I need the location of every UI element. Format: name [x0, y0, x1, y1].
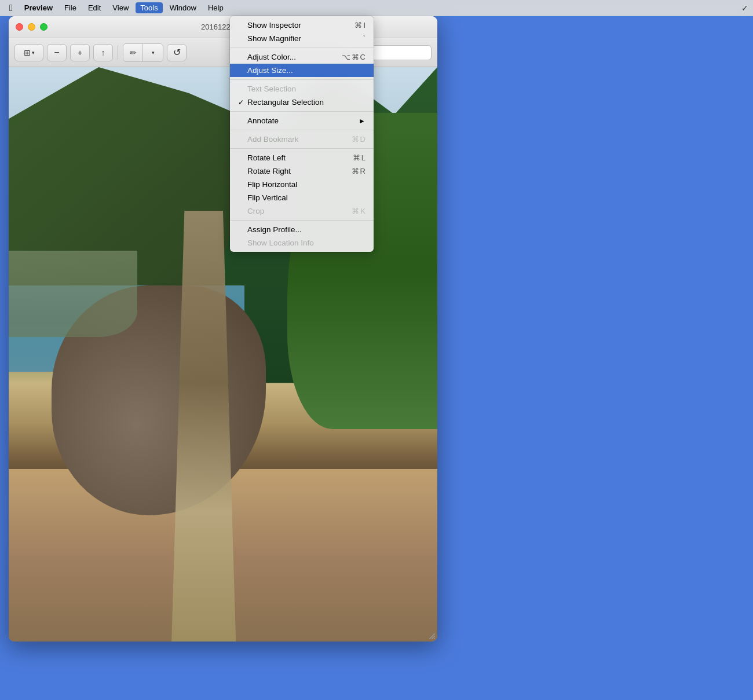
menu-item-text-selection: Text Selection [230, 82, 374, 96]
cmd-icon-6: ⌘ [352, 207, 359, 215]
menu-label-flip-vertical: Flip Vertical [247, 193, 288, 202]
menu-label-crop: Crop [247, 207, 264, 215]
menu-checkmark-rectangular-selection: ✓ [238, 98, 246, 107]
minimize-button[interactable] [28, 23, 35, 31]
menu-shortcut-show-inspector: ⌘I [354, 21, 365, 30]
menu-label-show-inspector: Show Inspector [247, 21, 301, 30]
pen-dropdown-button[interactable]: ▾ [143, 44, 163, 61]
menu-shortcut-crop: ⌘K [352, 207, 365, 215]
menu-label-adjust-size: Adjust Size... [247, 66, 293, 75]
pen-button-group: ✏ ▾ [123, 43, 163, 62]
menu-item-show-magnifier[interactable]: Show Magnifier ` [230, 32, 374, 45]
menu-separator-4 [230, 130, 374, 130]
menu-item-add-bookmark: Add Bookmark ⌘D [230, 133, 374, 146]
menubar:  Preview File Edit View Tools Window He… [0, 0, 753, 16]
menu-label-rectangular-selection: Rectangular Selection [247, 98, 324, 107]
menu-item-flip-horizontal[interactable]: Flip Horizontal [230, 178, 374, 191]
view-mode-button[interactable]: ⊞ ▾ [14, 44, 43, 61]
maximize-button[interactable] [40, 23, 47, 31]
menu-item-adjust-size[interactable]: Adjust Size... [230, 64, 374, 77]
menubar-help[interactable]: Help [203, 2, 228, 13]
menu-shortcut-show-magnifier: ` [363, 34, 365, 43]
menu-item-rotate-left[interactable]: Rotate Left ⌘L [230, 151, 374, 164]
cmd-icon: ⌘ [354, 21, 362, 30]
menu-shortcut-rotate-right: ⌘R [352, 167, 365, 175]
cmd-icon-4: ⌘ [353, 153, 360, 162]
share-icon: ↑ [101, 48, 105, 57]
toolbar-divider [118, 46, 118, 60]
menu-label-text-selection: Text Selection [247, 85, 296, 93]
menu-shortcut-rotate-left: ⌘L [353, 153, 365, 162]
option-icon: ⌥ [342, 53, 350, 61]
menu-label-assign-profile: Assign Profile... [247, 225, 302, 234]
pen-button[interactable]: ✏ [123, 44, 143, 61]
view-mode-chevron-icon: ▾ [32, 50, 35, 56]
pen-icon: ✏ [130, 48, 137, 57]
zoom-out-button[interactable]: − [47, 44, 67, 61]
menubar-file[interactable]: File [60, 2, 81, 13]
submenu-arrow-icon: ► [359, 117, 365, 125]
menubar-preview[interactable]: Preview [20, 2, 57, 13]
svg-line-2 [434, 638, 435, 639]
menu-label-show-magnifier: Show Magnifier [247, 34, 301, 43]
cmd-icon-2: ⌘ [352, 53, 359, 61]
zoom-in-button[interactable]: + [70, 44, 90, 61]
menu-item-crop: Crop ⌘K [230, 204, 374, 218]
menu-item-annotate[interactable]: Annotate ► [230, 114, 374, 127]
menu-item-rectangular-selection[interactable]: ✓ Rectangular Selection [230, 96, 374, 109]
menu-label-show-location-info: Show Location Info [247, 239, 314, 247]
tools-dropdown-menu: Show Inspector ⌘I Show Magnifier ` Adjus… [230, 16, 374, 252]
menu-label-rotate-left: Rotate Left [247, 153, 286, 162]
resize-icon [427, 631, 435, 639]
traffic-lights [16, 23, 47, 31]
menu-item-show-inspector[interactable]: Show Inspector ⌘I [230, 19, 374, 32]
menu-separator-6 [230, 220, 374, 221]
apple-menu[interactable]:  [5, 2, 17, 14]
menu-item-adjust-color[interactable]: Adjust Color... ⌥⌘C [230, 50, 374, 64]
menu-label-annotate: Annotate [247, 116, 279, 125]
menubar-view[interactable]: View [108, 2, 133, 13]
menu-separator-5 [230, 148, 374, 149]
menubar-right: ✓ [741, 3, 748, 13]
rotate-icon: ↺ [173, 47, 181, 58]
menubar-tools[interactable]: Tools [136, 2, 162, 13]
menu-item-flip-vertical[interactable]: Flip Vertical [230, 191, 374, 204]
village-layer [9, 251, 137, 337]
menu-shortcut-adjust-color: ⌥⌘C [342, 53, 365, 61]
rotate-button[interactable]: ↺ [167, 44, 187, 61]
menu-separator-1 [230, 47, 374, 48]
menu-separator-2 [230, 79, 374, 80]
menu-shortcut-add-bookmark: ⌘D [352, 135, 365, 144]
pen-dropdown-chevron-icon: ▾ [152, 50, 155, 56]
menu-label-add-bookmark: Add Bookmark [247, 135, 299, 144]
menu-item-rotate-right[interactable]: Rotate Right ⌘R [230, 164, 374, 178]
menu-label-rotate-right: Rotate Right [247, 167, 291, 175]
menu-item-show-location-info: Show Location Info [230, 236, 374, 250]
menu-label-flip-horizontal: Flip Horizontal [247, 180, 297, 189]
cmd-icon-5: ⌘ [352, 167, 359, 175]
menu-label-adjust-color: Adjust Color... [247, 53, 296, 61]
status-checkmark-icon: ✓ [741, 3, 748, 13]
share-button[interactable]: ↑ [93, 44, 113, 61]
zoom-out-icon: − [54, 47, 59, 58]
zoom-in-icon: + [78, 48, 82, 57]
menubar-window[interactable]: Window [165, 2, 201, 13]
close-button[interactable] [16, 23, 23, 31]
menu-item-assign-profile[interactable]: Assign Profile... [230, 223, 374, 236]
menu-separator-3 [230, 111, 374, 112]
resize-handle[interactable] [427, 631, 435, 639]
cmd-icon-3: ⌘ [352, 135, 359, 144]
view-mode-icon: ⊞ [24, 48, 31, 57]
menubar-edit[interactable]: Edit [83, 2, 105, 13]
